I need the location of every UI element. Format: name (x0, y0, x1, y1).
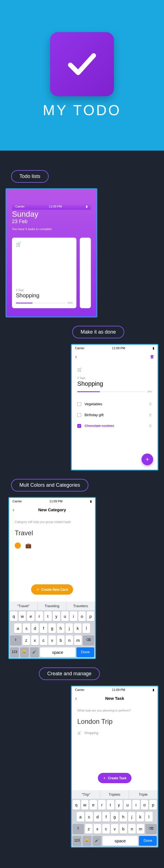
trash-icon[interactable]: 🗑 (149, 413, 152, 417)
task-row[interactable]: ✓Chocolate cookies🗑 (77, 420, 152, 431)
key[interactable]: i (132, 800, 140, 810)
back-button[interactable]: ‹ (75, 353, 77, 360)
shift-key[interactable]: ⇧ (73, 824, 84, 834)
key[interactable]: p (87, 611, 94, 621)
key[interactable]: j (128, 812, 136, 822)
back-button[interactable]: ‹ (12, 506, 14, 513)
key[interactable]: e (89, 800, 97, 810)
backspace-key[interactable]: ⌫ (83, 636, 94, 645)
keyboard[interactable]: "Travel" Traveling Travelers qwertyuiopa… (9, 601, 95, 658)
add-task-fab[interactable]: + (141, 454, 153, 465)
key[interactable]: o (141, 800, 149, 810)
task-row[interactable]: Vegetables🗑 (77, 399, 152, 409)
key[interactable]: s (23, 623, 30, 633)
emoji-key[interactable]: 😀 (83, 836, 91, 846)
trash-icon[interactable]: 🗑 (149, 402, 152, 406)
done-key[interactable]: Done (139, 836, 157, 846)
suggestion[interactable]: Traveling (38, 601, 67, 610)
mic-key[interactable]: 🎤 (30, 647, 39, 657)
suggestion[interactable]: Travelers (67, 601, 95, 610)
category-card-peek[interactable] (80, 238, 91, 308)
key[interactable]: h (57, 623, 65, 633)
key[interactable]: n (128, 824, 136, 834)
key[interactable]: l (145, 812, 153, 822)
key[interactable]: r (98, 800, 106, 810)
task-row[interactable]: Birthday gift🗑 (77, 409, 152, 420)
key[interactable]: z (23, 636, 30, 645)
key[interactable]: y (53, 611, 60, 621)
key[interactable]: a (77, 812, 84, 822)
keyboard[interactable]: "Trip" Triplets Triple qwertyuiopasdfghj… (72, 790, 158, 847)
space-key[interactable]: space (40, 647, 76, 657)
task-name-input[interactable]: London Trip (77, 718, 152, 725)
key[interactable]: y (115, 800, 123, 810)
key[interactable]: q (10, 611, 17, 621)
suggestion[interactable]: Triplets (100, 790, 129, 799)
key[interactable]: x (94, 824, 101, 834)
key[interactable]: k (136, 812, 144, 822)
numbers-key[interactable]: 123 (10, 647, 19, 657)
key[interactable]: i (70, 611, 77, 621)
key[interactable]: g (111, 812, 118, 822)
checkbox[interactable] (77, 413, 81, 417)
checkbox[interactable]: ✓ (77, 424, 81, 428)
key[interactable]: b (57, 636, 65, 645)
key[interactable]: k (74, 623, 81, 633)
key[interactable]: b (120, 824, 127, 834)
key[interactable]: x (31, 636, 39, 645)
key[interactable]: g (48, 623, 56, 633)
create-card-button[interactable]: ＋ Create New Card (31, 584, 73, 595)
create-task-button[interactable]: ＋ Create Task (98, 773, 131, 783)
shift-key[interactable]: ⇧ (10, 636, 22, 645)
key[interactable]: u (61, 611, 69, 621)
key[interactable]: t (107, 800, 114, 810)
delete-button[interactable]: 🗑 (150, 354, 154, 359)
trash-icon[interactable]: 🗑 (149, 424, 152, 428)
briefcase-icon[interactable]: 💼 (25, 542, 31, 549)
key[interactable]: s (85, 812, 93, 822)
backspace-key[interactable]: ⌫ (146, 824, 157, 834)
suggestion[interactable]: Triple (129, 790, 158, 799)
key[interactable]: m (137, 824, 144, 834)
key[interactable]: n (66, 636, 73, 645)
key[interactable]: w (18, 611, 26, 621)
key[interactable]: q (73, 800, 80, 810)
phone-new-task: Carrier 11:09 PM ▮ ‹ New Task What task … (71, 686, 158, 848)
key[interactable]: v (111, 824, 118, 834)
category-card[interactable]: 🛒 3 Task Shopping 33% (12, 238, 76, 308)
key[interactable]: j (66, 623, 73, 633)
key[interactable]: p (149, 800, 157, 810)
color-swatch-orange[interactable] (15, 542, 21, 549)
key[interactable]: f (102, 812, 110, 822)
card-pct: 33% (68, 302, 73, 304)
task-category[interactable]: Shopping (84, 731, 98, 735)
key[interactable]: l (83, 623, 90, 633)
mic-key[interactable]: 🎤 (92, 836, 101, 846)
key[interactable]: u (124, 800, 131, 810)
key[interactable]: c (102, 824, 110, 834)
key[interactable]: r (36, 611, 43, 621)
key[interactable]: o (78, 611, 86, 621)
key[interactable]: e (27, 611, 35, 621)
key[interactable]: c (40, 636, 47, 645)
suggestion[interactable]: "Trip" (72, 790, 100, 799)
done-key[interactable]: Done (76, 647, 94, 657)
key[interactable]: v (48, 636, 56, 645)
key[interactable]: w (81, 800, 89, 810)
key[interactable]: t (44, 611, 52, 621)
suggestion[interactable]: "Travel" (9, 601, 38, 610)
key[interactable]: f (40, 623, 47, 633)
key[interactable]: m (74, 636, 82, 645)
key[interactable]: d (31, 623, 39, 633)
checkbox[interactable] (77, 402, 81, 406)
key[interactable]: a (14, 623, 22, 633)
category-name-input[interactable]: Travel (15, 529, 89, 537)
space-key[interactable]: space (102, 836, 138, 846)
key[interactable]: d (94, 812, 101, 822)
form-hint: What task are you planning to perfrom? (77, 709, 152, 712)
back-button[interactable]: ‹ (75, 695, 77, 702)
key[interactable]: h (120, 812, 127, 822)
key[interactable]: z (85, 824, 92, 834)
numbers-key[interactable]: 123 (73, 836, 81, 846)
emoji-key[interactable]: 😀 (20, 647, 29, 657)
